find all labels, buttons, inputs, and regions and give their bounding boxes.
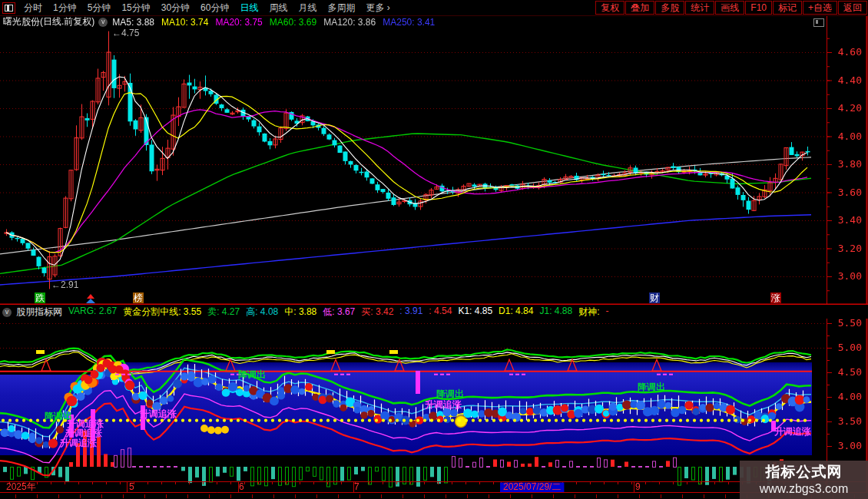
indicator-value-8: : 3.91 (399, 306, 422, 319)
indicator-value-13: 财神: (578, 306, 599, 319)
indicator-panel[interactable] (0, 319, 868, 499)
indicator-value-1: VARG: 2.67 (68, 306, 117, 319)
main-chart[interactable] (0, 15, 868, 305)
menu-item-4[interactable]: 15分钟 (116, 1, 155, 15)
menu-button-6[interactable]: F10 (745, 1, 772, 15)
chevron-down-icon[interactable]: v (98, 18, 108, 27)
menu-item-10[interactable]: 多周期 (322, 1, 360, 15)
indicator-value-2: 黄金分割中线: 3.55 (123, 306, 201, 319)
menu-left: 分时1分钟5分钟15分钟30分钟60分钟日线周线月线多周期更多 › (0, 1, 396, 15)
chart-title-bar: 曙光股份(日线.前复权) v MA5: 3.88MA10: 3.74MA20: … (3, 16, 442, 28)
menu-item-9[interactable]: 月线 (293, 1, 322, 15)
indicator-value-6: 低: 3.67 (323, 306, 355, 319)
ma-legend: MA5: 3.88MA10: 3.74MA20: 3.75MA60: 3.69M… (112, 17, 442, 28)
ma-legend-item-6: MA250: 3.41 (383, 17, 435, 28)
symbol-title: 曙光股份(日线.前复权) (3, 15, 94, 28)
indicator-value-9: : 4.54 (429, 306, 452, 319)
indicator-value-3: 卖: 4.27 (207, 306, 240, 319)
indicator-value-5: 中: 3.88 (284, 306, 316, 319)
menu-item-11[interactable]: 更多 › (360, 1, 395, 15)
ma-legend-item-4: MA60: 3.69 (270, 17, 316, 28)
menu-item-2[interactable]: 1分钟 (48, 1, 82, 15)
menu-button-5[interactable]: 画线 (715, 1, 744, 15)
menu-button-4[interactable]: 统计 (685, 1, 714, 15)
menu-item-3[interactable]: 5分钟 (82, 1, 117, 15)
indicator-value-10: K1: 4.85 (458, 306, 492, 319)
top-menu-bar: 分时1分钟5分钟15分钟30分钟60分钟日线周线月线多周期更多 › 复权叠加多股… (0, 0, 868, 16)
watermark: 指标公式网 www.zbgs3.com (740, 461, 868, 499)
window-split-icon[interactable] (2, 2, 15, 14)
maximize-pane-icon[interactable] (813, 18, 824, 27)
ma-legend-item-3: MA20: 3.75 (215, 17, 262, 28)
menu-item-6[interactable]: 60分钟 (195, 1, 234, 15)
indicator-value-14: - (606, 306, 609, 319)
menu-button-7[interactable]: 标记 (773, 1, 802, 15)
indicator-value-7: 买: 3.42 (361, 306, 393, 319)
indicator-values: VARG: 2.67黄金分割中线: 3.55卖: 4.27高: 4.08中: 3… (68, 306, 615, 319)
indicator-source: 股朋指标网 (16, 306, 62, 319)
menu-button-8[interactable]: +自选 (803, 1, 837, 15)
menu-item-1[interactable]: 分时 (18, 1, 48, 15)
indicator-value-4: 高: 4.08 (246, 306, 278, 319)
watermark-title: 指标公式网 (740, 462, 868, 482)
menu-button-2[interactable]: 叠加 (625, 1, 654, 15)
indicator-value-11: D1: 4.84 (499, 306, 533, 319)
ma-legend-item-1: MA5: 3.88 (112, 17, 154, 28)
ma-legend-item-2: MA10: 3.74 (161, 17, 208, 28)
chevron-down-icon[interactable]: v (2, 308, 12, 317)
menu-item-8[interactable]: 周线 (263, 1, 293, 15)
indicator-value-12: J1: 4.88 (539, 306, 572, 319)
menu-item-5[interactable]: 30分钟 (156, 1, 195, 15)
menu-item-7[interactable]: 日线 (234, 1, 263, 15)
menu-button-9[interactable]: 返回 (838, 1, 867, 15)
ma-legend-item-5: MA120: 3.86 (323, 17, 376, 28)
menu-button-3[interactable]: 多股 (655, 1, 684, 15)
indicator-title-bar: v 股朋指标网 VARG: 2.67黄金分割中线: 3.55卖: 4.27高: … (0, 306, 868, 319)
menu-button-1[interactable]: 复权 (595, 1, 624, 15)
app-window: 分时1分钟5分钟15分钟30分钟60分钟日线周线月线多周期更多 › 复权叠加多股… (0, 0, 868, 499)
menu-right: 复权叠加多股统计画线F10标记+自选返回 (595, 1, 868, 15)
watermark-url: www.zbgs3.com (740, 482, 868, 496)
